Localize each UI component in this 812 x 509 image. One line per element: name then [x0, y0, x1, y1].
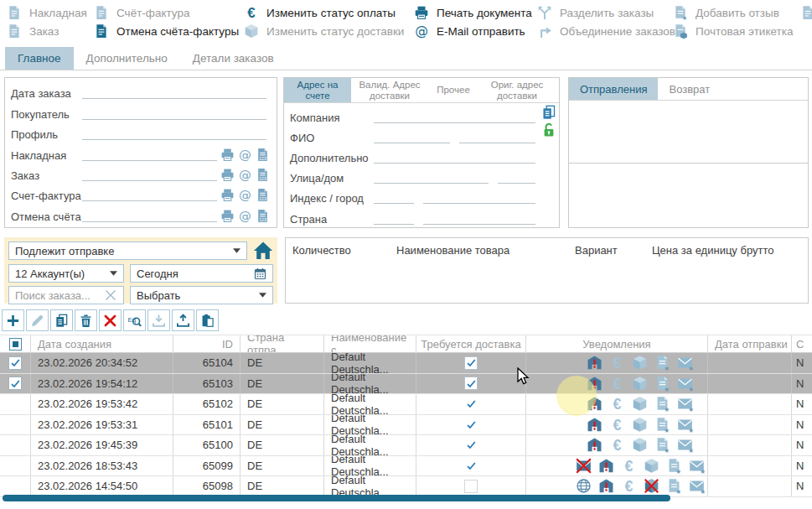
document-star-icon[interactable]: ★ [654, 417, 670, 433]
document-number-icon[interactable]: 123 [256, 148, 270, 162]
euro-icon[interactable]: € [609, 417, 625, 433]
field-input[interactable] [374, 190, 414, 204]
euro-icon[interactable]: € [621, 478, 637, 494]
envelope-star-icon[interactable]: ★ [677, 437, 693, 453]
table-row[interactable]: 23.02.2026 14:54:50 65098 DE Default Deu… [0, 476, 812, 497]
building-alert-icon[interactable] [587, 417, 603, 433]
field-input[interactable] [82, 85, 266, 99]
import-button[interactable] [147, 309, 170, 331]
header-name[interactable]: Наименование с... [324, 335, 416, 352]
field-input[interactable] [82, 106, 266, 120]
clipped-toolbar-icon[interactable] [800, 5, 812, 20]
envelope-star-icon[interactable]: ★ [677, 376, 693, 392]
table-row[interactable]: 23.02.2026 19:54:12 65103 DE Default Deu… [0, 374, 812, 395]
delivery-checkbox[interactable] [464, 480, 478, 493]
toolbar-delivery-note[interactable]: Накладная [7, 3, 87, 22]
envelope-star-icon[interactable]: ★ [677, 417, 693, 433]
header-country[interactable]: Страна отпра... [240, 335, 324, 352]
euro-icon[interactable]: € [621, 458, 637, 474]
find-document-button[interactable]: Eq [123, 309, 146, 331]
euro-icon[interactable]: € [609, 396, 625, 412]
field-input[interactable] [82, 167, 217, 181]
euro-icon[interactable]: € [609, 376, 625, 392]
document-number-icon[interactable]: 123 [256, 188, 270, 202]
add-button[interactable] [2, 309, 24, 331]
order-search-input[interactable]: Поиск заказа... [8, 286, 124, 304]
shipping-status-select[interactable]: Подлежит отправке [8, 242, 247, 260]
at-sign-icon[interactable]: @ [238, 148, 252, 162]
euro-icon[interactable]: € [609, 437, 625, 453]
toolbar-split-orders[interactable]: Разделить заказы [537, 3, 675, 22]
printer-icon[interactable] [220, 148, 235, 162]
header-delivery-required[interactable]: Требуется доставка [416, 335, 526, 352]
toolbar-postal-label[interactable]: Почтовая этикетка [673, 22, 793, 40]
at-sign-icon[interactable]: @ [238, 168, 252, 182]
table-row[interactable]: 23.02.2026 19:53:42 65102 DE Default Deu… [0, 394, 812, 415]
delete-button[interactable] [75, 309, 97, 331]
document-number-icon[interactable]: 123 [256, 168, 270, 182]
package-blocked-icon[interactable] [644, 478, 659, 494]
copy-icon[interactable] [541, 105, 556, 120]
field-input[interactable] [498, 169, 535, 184]
header-id[interactable]: ID [173, 335, 240, 352]
tab-billing-address[interactable]: Адрес на счете [284, 78, 351, 102]
document-star-icon[interactable]: ★ [654, 376, 670, 392]
document-star-icon[interactable]: ★ [654, 437, 670, 453]
building-alert-icon[interactable] [587, 355, 603, 371]
clear-search-icon[interactable] [104, 288, 117, 302]
building-alert-icon[interactable] [587, 376, 603, 392]
toolbar-print-document[interactable]: Печать документа [414, 3, 532, 22]
row-checkbox[interactable] [8, 356, 22, 370]
row-checkbox[interactable] [8, 377, 22, 390]
globe-icon[interactable] [576, 478, 592, 494]
field-input[interactable] [374, 109, 535, 123]
paste-button[interactable] [196, 309, 219, 331]
printer-icon[interactable] [220, 188, 235, 202]
building-alert-icon[interactable] [598, 458, 614, 474]
edit-button[interactable] [26, 309, 49, 331]
building-alert-icon[interactable] [598, 478, 614, 494]
delivery-checkbox[interactable] [464, 397, 478, 411]
header-created[interactable]: Дата создания [31, 335, 173, 352]
delivery-checkbox[interactable] [464, 377, 478, 390]
delivery-checkbox[interactable] [464, 418, 478, 431]
delivery-checkbox[interactable] [464, 356, 478, 370]
field-input[interactable] [423, 190, 535, 204]
header-notifications[interactable]: Уведомления [526, 335, 708, 352]
lock-open-icon[interactable] [541, 122, 556, 138]
package-icon[interactable] [632, 396, 648, 412]
envelope-star-icon[interactable]: ★ [677, 396, 693, 412]
date-filter[interactable]: Сегодня [130, 264, 273, 283]
field-input[interactable] [82, 187, 217, 201]
header-status[interactable]: С [792, 335, 812, 352]
tab-shipments[interactable]: Отправления [569, 78, 658, 100]
table-row[interactable]: 23.02.2026 19:45:39 65100 DE Default Deu… [0, 435, 812, 456]
toolbar-send-email[interactable]: @ E-Mail отправить [414, 22, 532, 40]
remove-button[interactable] [99, 309, 122, 331]
building-alert-icon[interactable] [587, 396, 603, 412]
tab-valid-shipping-address[interactable]: Валид. Адрес доставки [351, 78, 428, 102]
printer-icon[interactable] [220, 168, 235, 182]
printer-icon[interactable] [220, 209, 235, 223]
field-input[interactable] [459, 129, 535, 143]
toolbar-cancel-invoice[interactable]: Отмена счёта-фактуры [94, 22, 239, 40]
tab-additional[interactable]: Дополнительно [74, 47, 180, 70]
euro-icon[interactable]: € [609, 355, 625, 371]
toolbar-invoice[interactable]: Счёт-фактура [94, 3, 239, 22]
home-icon[interactable] [253, 241, 273, 261]
toolbar-merge-orders[interactable]: Объединение заказов [537, 22, 675, 40]
field-input[interactable] [374, 129, 450, 143]
export-button[interactable] [172, 309, 194, 331]
table-row[interactable]: 23.02.2026 20:34:52 65104 DE Default Deu… [0, 353, 812, 374]
delivery-checkbox[interactable] [464, 459, 478, 472]
horizontal-scrollbar[interactable] [3, 495, 670, 501]
envelope-star-icon[interactable]: ★ [677, 355, 693, 371]
copy-button[interactable] [50, 309, 73, 331]
field-input[interactable] [82, 147, 217, 161]
document-star-icon[interactable]: ★ [666, 458, 682, 474]
document-star-icon[interactable]: ★ [654, 396, 670, 412]
delivery-checkbox[interactable] [464, 439, 478, 452]
field-input[interactable] [374, 169, 489, 184]
field-input[interactable] [423, 210, 535, 225]
choose-select[interactable]: Выбрать [130, 286, 273, 304]
